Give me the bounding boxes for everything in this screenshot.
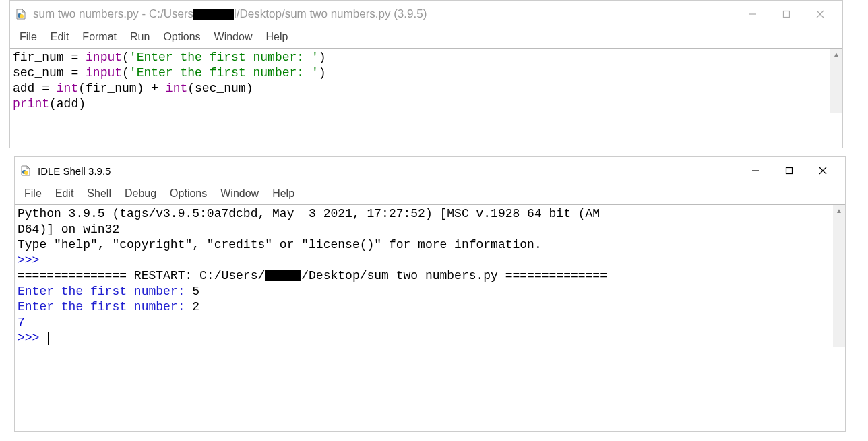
shell-menubar: File Edit Shell Debug Options Window Hel…: [15, 184, 845, 204]
menu-edit[interactable]: Edit: [49, 185, 81, 202]
editor-content: fir_num = input('Enter the first number:…: [10, 48, 842, 113]
shell-content: Python 3.9.5 (tags/v3.9.5:0a7dcbd, May 3…: [15, 204, 845, 347]
menu-help[interactable]: Help: [266, 185, 301, 202]
editor-code-area[interactable]: fir_num = input('Enter the first number:…: [10, 49, 830, 113]
menu-options[interactable]: Options: [163, 185, 214, 202]
redacted-text: [193, 9, 234, 20]
menu-help[interactable]: Help: [259, 29, 294, 45]
svg-rect-3: [784, 11, 790, 18]
shell-window-controls: [739, 160, 840, 181]
editor-title: sum two numbers.py - C:/Usersl/Desktop/s…: [33, 7, 736, 21]
menu-window[interactable]: Window: [214, 185, 266, 202]
menu-shell[interactable]: Shell: [80, 185, 118, 202]
menu-file[interactable]: File: [13, 29, 44, 45]
maximize-button[interactable]: [770, 3, 803, 25]
menu-run[interactable]: Run: [123, 29, 156, 45]
shell-scrollbar[interactable]: ▲: [833, 205, 845, 347]
menu-file[interactable]: File: [18, 185, 49, 202]
menu-debug[interactable]: Debug: [118, 185, 163, 202]
minimize-button[interactable]: [736, 3, 770, 25]
close-button[interactable]: [803, 3, 837, 25]
scroll-up-icon: ▲: [833, 51, 840, 58]
shell-output-area[interactable]: Python 3.9.5 (tags/v3.9.5:0a7dcbd, May 3…: [15, 205, 833, 347]
editor-titlebar[interactable]: sum two numbers.py - C:/Usersl/Desktop/s…: [10, 1, 842, 28]
shell-titlebar[interactable]: IDLE Shell 3.9.5: [15, 157, 845, 184]
editor-window: sum two numbers.py - C:/Usersl/Desktop/s…: [9, 0, 843, 148]
text-cursor: [48, 332, 49, 345]
menu-format[interactable]: Format: [75, 29, 123, 45]
menu-window[interactable]: Window: [208, 29, 259, 45]
editor-window-controls: [736, 3, 837, 25]
shell-title: IDLE Shell 3.9.5: [38, 165, 739, 177]
close-button[interactable]: [806, 160, 840, 181]
svg-rect-9: [786, 168, 793, 174]
redacted-text: [265, 270, 301, 281]
python-file-icon: [16, 9, 26, 20]
maximize-button[interactable]: [772, 160, 806, 181]
editor-scrollbar[interactable]: ▲: [830, 49, 842, 113]
svg-point-1: [20, 14, 24, 18]
menu-edit[interactable]: Edit: [44, 29, 76, 45]
scroll-up-icon: ▲: [836, 208, 842, 214]
svg-point-7: [24, 171, 28, 175]
menu-options[interactable]: Options: [156, 29, 207, 45]
shell-window: IDLE Shell 3.9.5 File Edit Shell Debug O…: [14, 156, 846, 432]
editor-menubar: File Edit Format Run Options Window Help: [10, 28, 842, 48]
python-idle-icon: [20, 165, 31, 176]
minimize-button[interactable]: [739, 160, 772, 181]
